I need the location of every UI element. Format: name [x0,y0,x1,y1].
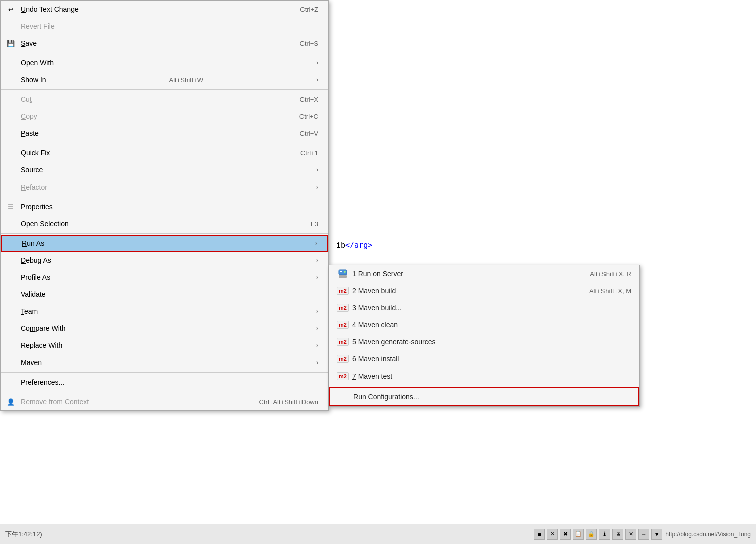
copy-label: Copy [21,112,37,120]
replace-with-arrow: › [316,342,318,349]
run-on-server-shortcut: Alt+Shift+X, R [590,270,631,278]
show-in-shortcut: Alt+Shift+W [169,76,203,84]
divider-7 [1,392,328,392]
quick-fix-shortcut: Ctrl+1 [300,149,318,157]
profile-as-arrow: › [316,274,318,281]
menu-item-refactor: Refactor › [1,178,328,196]
validate-label: Validate [21,290,46,298]
compare-with-label: Compare With [21,324,66,332]
menu-item-team[interactable]: Team › [1,303,328,320]
run-on-server-label: 1 Run on Server [352,270,403,278]
remove-context-label: Remove from Context [21,398,89,406]
open-selection-label: Open Selection [21,220,69,228]
menu-item-profile-as[interactable]: Profile As › [1,269,328,286]
team-arrow: › [316,308,318,315]
menu-item-run-as[interactable]: Run As › [1,235,328,252]
bottom-bar-time: 下午1:42:12) [5,530,42,539]
toolbar-icon-stop[interactable]: ■ [534,529,545,540]
toolbar-icon-copy[interactable]: 📋 [573,529,584,540]
menu-item-replace-with[interactable]: Replace With › [1,337,328,354]
menu-item-open-with[interactable]: Open With › [1,54,328,71]
show-in-label: Show In [21,76,46,84]
m2-icon-test: m2 [337,371,348,382]
menu-item-cut: Cut Ctrl+X [1,91,328,108]
toolbar-icon-arrow[interactable]: → [638,529,649,540]
profile-as-label: Profile As [21,273,50,281]
code-text-before: ib [336,241,345,250]
submenu-run-on-server[interactable]: 1 Run on Server Alt+Shift+X, R [329,265,639,282]
bottom-bar-url: http://blog.csdn.net/Vision_Tung [665,531,751,538]
submenu-maven-build2[interactable]: m2 3 Maven build... [329,299,639,316]
copy-shortcut: Ctrl+C [299,113,318,120]
toolbar-icon-x3[interactable]: ✕ [625,529,636,540]
m2-icon-build2: m2 [337,302,348,313]
menu-item-maven[interactable]: Maven › [1,354,328,371]
menu-item-show-in[interactable]: Show In Alt+Shift+W › [1,71,328,88]
menu-item-compare-with[interactable]: Compare With › [1,320,328,337]
menu-item-undo[interactable]: ↩ Undo Text Change Ctrl+Z [1,1,328,18]
run-config-label: Run Configurations... [353,393,419,401]
save-icon: 💾 [6,38,16,48]
run-config-icon [338,391,349,402]
debug-as-arrow: › [316,257,318,264]
replace-with-label: Replace With [21,341,62,349]
menu-item-paste[interactable]: Paste Ctrl+V [1,125,328,142]
source-arrow: › [316,166,318,173]
divider-4 [1,197,328,197]
menu-item-source[interactable]: Source › [1,161,328,178]
debug-as-label: Debug As [21,256,51,264]
toolbar-icon-x2[interactable]: ✖ [560,529,571,540]
submenu-run-config[interactable]: Run Configurations... [329,387,639,406]
open-with-arrow: › [316,59,318,66]
divider-2 [1,89,328,90]
menu-item-quick-fix[interactable]: Quick Fix Ctrl+1 [1,144,328,161]
properties-label: Properties [21,203,53,211]
remove-context-shortcut: Ctrl+Alt+Shift+Down [259,398,318,406]
toolbar-icon-info[interactable]: ℹ [599,529,610,540]
server-icon [337,268,348,279]
maven-install-label: 6 Maven install [352,355,399,363]
m2-icon-clean: m2 [337,319,348,330]
submenu-run-as: 1 Run on Server Alt+Shift+X, R m2 2 Mave… [329,265,640,407]
divider-5 [1,233,328,234]
bottom-bar: 下午1:42:12) ■ ✕ ✖ 📋 🔒 ℹ 🖥 ✕ → ▼ http://bl… [0,524,756,544]
menu-item-preferences[interactable]: Preferences... [1,374,328,391]
menu-item-save[interactable]: 💾 Save Ctrl+S [1,35,328,52]
svg-point-2 [344,271,346,273]
toolbar-icon-down[interactable]: ▼ [651,529,662,540]
submenu-maven-install[interactable]: m2 6 Maven install [329,350,639,368]
submenu-maven-clean[interactable]: m2 4 Maven clean [329,316,639,333]
save-shortcut: Ctrl+S [300,40,318,47]
run-as-arrow: › [315,240,317,247]
editor-code: ib</arg> [336,241,372,250]
toolbar-icon-x1[interactable]: ✕ [547,529,558,540]
open-selection-shortcut: F3 [311,220,318,228]
toolbar-icon-monitor[interactable]: 🖥 [612,529,623,540]
menu-item-properties[interactable]: ☰ Properties [1,198,328,215]
remove-icon: 👤 [6,397,16,407]
compare-with-arrow: › [316,325,318,332]
m2-icon-install: m2 [337,353,348,365]
context-menu: ↩ Undo Text Change Ctrl+Z Revert File 💾 … [0,0,329,411]
divider-1 [1,53,328,53]
code-tag: </arg> [345,241,372,250]
preferences-label: Preferences... [21,378,64,386]
maven-build2-label: 3 Maven build... [352,304,402,312]
menu-item-validate[interactable]: Validate [1,286,328,303]
menu-item-copy: Copy Ctrl+C [1,108,328,125]
team-label: Team [21,307,38,315]
menu-item-open-selection[interactable]: Open Selection F3 [1,215,328,232]
menu-item-debug-as[interactable]: Debug As › [1,252,328,269]
run-as-label: Run As [22,239,44,247]
divider-3 [1,143,328,143]
show-in-arrow: › [316,76,318,83]
maven-build-label: 2 Maven build [352,287,396,295]
toolbar-icon-lock[interactable]: 🔒 [586,529,597,540]
submenu-maven-build[interactable]: m2 2 Maven build Alt+Shift+X, M [329,282,639,299]
submenu-maven-generate[interactable]: m2 5 Maven generate-sources [329,333,639,350]
paste-shortcut: Ctrl+V [300,130,318,137]
refactor-label: Refactor [21,183,47,191]
cut-label: Cut [21,95,32,103]
m2-icon-build: m2 [337,285,348,296]
submenu-maven-test[interactable]: m2 7 Maven test [329,368,639,385]
